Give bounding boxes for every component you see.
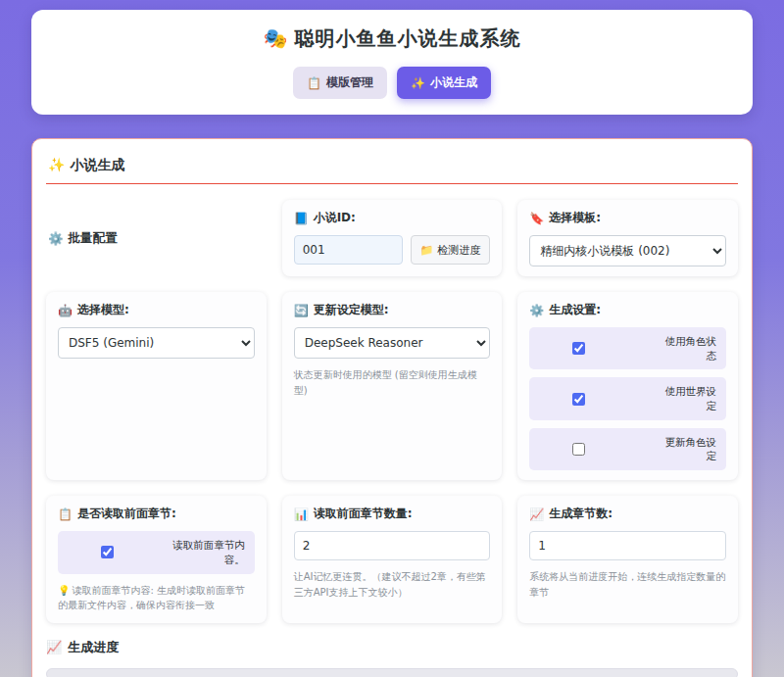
- update-model-panel: 🔄 更新设定模型: DeepSeek Reasoner 状态更新时使用的模型 (…: [282, 292, 503, 480]
- header-card: 🎭聪明小鱼鱼小说生成系统 📋 模版管理 ✨ 小说生成: [31, 10, 753, 115]
- config-row-3: 📋 是否读取前面章节: 读取前面章节内容。 💡读取前面章节内容: 生成时读取前面…: [46, 496, 738, 622]
- page-shell: 🎭聪明小鱼鱼小说生成系统 📋 模版管理 ✨ 小说生成 ✨小说生成 ⚙️ 批量配置: [31, 10, 753, 677]
- read-prev-option-label: 读取前面章节内容。: [163, 538, 245, 566]
- template-select-label: 🔖 选择模板:: [529, 210, 726, 226]
- section-title: ✨小说生成: [46, 151, 738, 184]
- tab-template-label: 模版管理: [326, 74, 373, 91]
- read-prev-label-text: 是否读取前面章节:: [77, 506, 176, 522]
- gear-icon: ⚙️: [529, 304, 544, 317]
- chapter-count-input[interactable]: [529, 531, 726, 560]
- update-character-setting-checkbox[interactable]: [572, 443, 585, 456]
- progress-title: 📈 生成进度: [46, 639, 738, 656]
- robot-icon: 🤖: [58, 304, 73, 317]
- check-progress-label: 检测进度: [437, 243, 480, 258]
- app-title: 🎭聪明小鱼鱼小说生成系统: [41, 25, 743, 52]
- update-model-label: 🔄 更新设定模型:: [294, 302, 491, 318]
- masks-icon: 🎭: [264, 26, 289, 50]
- model-select-label-text: 选择模型:: [77, 302, 129, 318]
- model-select[interactable]: DSF5 (Gemini): [58, 327, 255, 359]
- config-row-2: 🤖 选择模型: DSF5 (Gemini) 🔄 更新设定模型: DeepSeek…: [46, 292, 738, 480]
- option-use-character-state: 使用角色状态: [529, 327, 726, 369]
- novel-id-label-text: 小说ID:: [314, 210, 356, 226]
- check-progress-button[interactable]: 📁 检测进度: [411, 235, 491, 265]
- chapter-count-note: 系统将从当前进度开始，连续生成指定数量的章节: [529, 569, 726, 600]
- template-select-label-text: 选择模板:: [549, 210, 601, 226]
- bookmark-icon: 🔖: [529, 212, 544, 225]
- progress-bar: [46, 668, 738, 677]
- gen-settings-panel: ⚙️ 生成设置: 使用角色状态 使用世界设定 更新角色设定: [517, 292, 738, 480]
- read-prev-checkbox[interactable]: [101, 546, 114, 558]
- book-icon: 📘: [294, 212, 309, 225]
- read-prev-option-row: 读取前面章节内容。: [58, 531, 255, 573]
- update-model-select[interactable]: DeepSeek Reasoner: [294, 327, 491, 359]
- config-row-1: ⚙️ 批量配置 📘 小说ID: 📁 检测进度 🔖: [46, 200, 738, 276]
- template-select[interactable]: 精细内核小说模板 (002): [529, 235, 726, 266]
- refresh-icon: 🔄: [294, 304, 309, 317]
- chart-up-icon: 📈: [529, 508, 544, 521]
- prev-count-input[interactable]: [294, 531, 491, 560]
- clipboard-icon: 📋: [307, 76, 321, 90]
- read-prev-panel: 📋 是否读取前面章节: 读取前面章节内容。 💡读取前面章节内容: 生成时读取前面…: [46, 496, 267, 622]
- read-prev-note: 💡读取前面章节内容: 生成时读取前面章节的最新文件内容，确保内容衔接一致: [58, 583, 255, 613]
- bar-chart-icon: 📊: [294, 508, 309, 521]
- model-select-label: 🤖 选择模型:: [58, 302, 255, 318]
- gen-settings-label: ⚙️ 生成设置:: [529, 302, 726, 318]
- chapter-count-panel: 📈 生成章节数: 系统将从当前进度开始，连续生成指定数量的章节: [517, 496, 738, 622]
- chapter-count-label: 📈 生成章节数:: [529, 506, 726, 522]
- novel-id-panel: 📘 小说ID: 📁 检测进度: [282, 200, 503, 276]
- chart-up-icon: 📈: [46, 640, 62, 654]
- tab-template-manage[interactable]: 📋 模版管理: [293, 67, 387, 99]
- use-character-state-label: 使用角色状态: [663, 334, 716, 363]
- model-select-panel: 🤖 选择模型: DSF5 (Gemini): [46, 292, 267, 480]
- read-prev-note-text: 读取前面章节内容: 生成时读取前面章节的最新文件内容，确保内容衔接一致: [58, 585, 245, 611]
- update-model-label-text: 更新设定模型:: [314, 302, 389, 318]
- batch-config-text: 批量配置: [69, 230, 118, 247]
- sparkles-icon: ✨: [411, 76, 425, 90]
- folder-icon: 📁: [420, 244, 434, 257]
- prev-count-panel: 📊 读取前面章节数量: 让AI记忆更连贯。（建议不超过2章，有些第三方API支持…: [282, 496, 503, 622]
- batch-config-label: ⚙️ 批量配置: [46, 200, 267, 276]
- tab-generate-label: 小说生成: [430, 74, 477, 91]
- tab-row: 📋 模版管理 ✨ 小说生成: [41, 67, 743, 99]
- progress-title-text: 生成进度: [68, 639, 119, 656]
- bulb-icon: 💡: [58, 585, 70, 596]
- clipboard-icon: 📋: [58, 508, 73, 521]
- sparkles-icon: ✨: [48, 157, 65, 172]
- template-select-panel: 🔖 选择模板: 精细内核小说模板 (002): [517, 200, 738, 276]
- update-model-note: 状态更新时使用的模型 (留空则使用生成模型): [294, 367, 491, 398]
- gen-settings-label-text: 生成设置:: [549, 302, 601, 318]
- use-character-state-checkbox[interactable]: [572, 342, 585, 355]
- chapter-count-label-text: 生成章节数:: [549, 506, 612, 522]
- generate-card: ✨小说生成 ⚙️ 批量配置 📘 小说ID: 📁 检测进度: [31, 138, 753, 677]
- use-world-setting-label: 使用世界设定: [663, 384, 716, 412]
- gear-icon: ⚙️: [48, 231, 64, 246]
- app-title-text: 聪明小鱼鱼小说生成系统: [294, 26, 520, 50]
- section-title-text: 小说生成: [70, 157, 124, 172]
- novel-id-input[interactable]: [294, 235, 403, 265]
- update-character-setting-label: 更新角色设定: [663, 435, 716, 463]
- read-prev-label: 📋 是否读取前面章节:: [58, 506, 255, 522]
- prev-count-note: 让AI记忆更连贯。（建议不超过2章，有些第三方API支持上下文较小）: [294, 569, 491, 600]
- prev-count-label: 📊 读取前面章节数量:: [294, 506, 491, 522]
- novel-id-label: 📘 小说ID:: [294, 210, 491, 226]
- option-update-character-setting: 更新角色设定: [529, 428, 726, 470]
- tab-novel-generate[interactable]: ✨ 小说生成: [397, 67, 491, 99]
- novel-id-row: 📁 检测进度: [294, 235, 491, 265]
- option-use-world-setting: 使用世界设定: [529, 377, 726, 419]
- use-world-setting-checkbox[interactable]: [572, 393, 585, 406]
- prev-count-label-text: 读取前面章节数量:: [314, 506, 413, 522]
